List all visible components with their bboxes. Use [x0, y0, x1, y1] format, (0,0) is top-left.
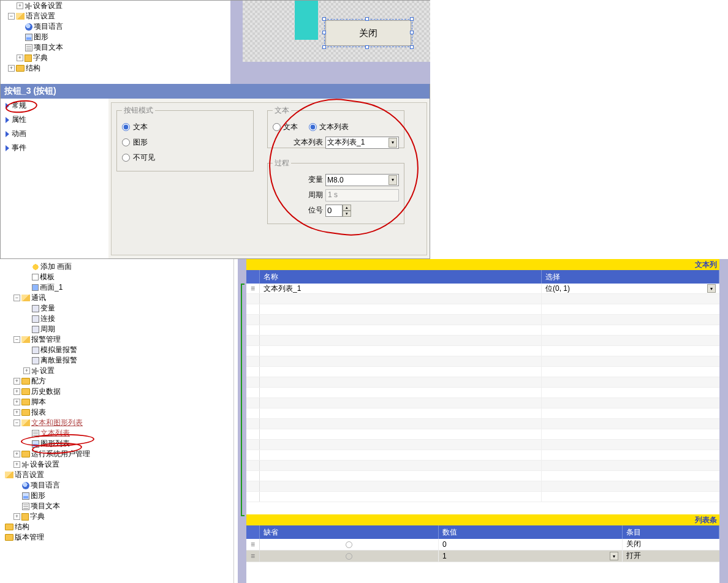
- tree-connections[interactable]: 连接: [40, 314, 55, 324]
- entries-grid[interactable]: ≡ 0 关闭 ≡ 1▾ 打开: [246, 539, 719, 562]
- spin-down[interactable]: ▾: [343, 211, 351, 217]
- col-select[interactable]: 选择: [542, 270, 719, 284]
- expander-icon[interactable]: −: [13, 336, 20, 343]
- tree-item-graphics[interactable]: 图形: [34, 32, 48, 42]
- tree-report[interactable]: 报表: [31, 407, 46, 418]
- tree-variables[interactable]: 变量: [40, 303, 55, 314]
- resize-handle[interactable]: [322, 45, 326, 49]
- tree-add-screen[interactable]: 添加 画面: [40, 261, 72, 272]
- expander-icon[interactable]: +: [13, 409, 20, 416]
- cell-default[interactable]: [260, 539, 439, 550]
- bit-number-spinner[interactable]: ▴▾: [325, 205, 352, 217]
- tree-device-settings[interactable]: 设备设置: [30, 459, 59, 470]
- cell-entry[interactable]: 打开: [623, 551, 719, 562]
- tree-communication[interactable]: 通讯: [31, 293, 46, 303]
- tree-alarm-management[interactable]: 报警管理: [31, 334, 61, 345]
- screen-canvas[interactable]: 关闭: [230, 1, 430, 84]
- radio-text-list[interactable]: [309, 123, 317, 131]
- cyan-shape[interactable]: [295, 1, 318, 40]
- resize-handle[interactable]: [365, 45, 369, 49]
- nav-attributes[interactable]: 属性: [1, 113, 108, 127]
- nav-general[interactable]: 常规: [1, 99, 108, 113]
- tree-graphics[interactable]: 图形: [31, 491, 45, 501]
- col-default[interactable]: 缺省: [260, 525, 439, 539]
- col-entry[interactable]: 条目: [623, 525, 719, 539]
- tree-item-project-language[interactable]: 项目语言: [34, 21, 63, 32]
- radio-icon[interactable]: [346, 541, 352, 548]
- expander-icon[interactable]: +: [13, 388, 20, 395]
- tree-cycles[interactable]: 周期: [40, 324, 55, 334]
- row-marker: ≡: [246, 539, 260, 550]
- tree-template[interactable]: 模板: [40, 272, 55, 282]
- expander-icon[interactable]: +: [13, 378, 20, 385]
- tree-item-dictionary[interactable]: 字典: [33, 53, 48, 63]
- project-tree-top[interactable]: +设备设置 −语言设置 项目语言 图形 项目文本 +字典 +结构: [1, 1, 230, 84]
- col-name[interactable]: 名称: [260, 270, 542, 284]
- dictionary-icon: [25, 55, 32, 62]
- radio-text[interactable]: [122, 123, 130, 131]
- expander-icon[interactable]: +: [17, 55, 23, 61]
- tree-text-graphics-lists[interactable]: 文本和图形列表: [31, 418, 83, 428]
- resize-handle[interactable]: [322, 31, 326, 34]
- radio-plain-text[interactable]: [273, 123, 281, 131]
- tree-runtime-user-mgmt[interactable]: 运行系统用户管理: [31, 449, 90, 459]
- tree-project-text[interactable]: 项目文本: [31, 501, 60, 511]
- cell-default[interactable]: [260, 551, 439, 562]
- cell-value[interactable]: 0: [439, 539, 623, 550]
- col-value[interactable]: 数值: [439, 525, 623, 539]
- table-row[interactable]: ≡ 1▾ 打开: [246, 551, 719, 562]
- cell-entry[interactable]: 关闭: [623, 539, 719, 550]
- variable-dropdown[interactable]: M8.0▾: [325, 174, 399, 186]
- tree-recipe[interactable]: 配方: [31, 376, 46, 386]
- tree-graphic-list[interactable]: 图形列表: [40, 438, 70, 449]
- tree-analog-alarm[interactable]: 模拟量报警: [40, 345, 77, 355]
- radio-icon[interactable]: [346, 553, 352, 560]
- expander-icon[interactable]: +: [13, 451, 20, 457]
- radio-invisible[interactable]: [122, 154, 130, 162]
- arrow-icon: [6, 131, 9, 137]
- expander-icon[interactable]: −: [8, 13, 15, 20]
- resize-handle[interactable]: [322, 17, 326, 21]
- text-list-grid[interactable]: ≡ 文本列表_1 位(0, 1)▾: [246, 284, 719, 511]
- expander-icon[interactable]: +: [13, 461, 20, 468]
- resize-handle[interactable]: [410, 17, 414, 21]
- resize-handle[interactable]: [365, 17, 369, 21]
- tree-script[interactable]: 脚本: [31, 397, 46, 407]
- project-tree-bottom[interactable]: 添加 画面 模板 画面_1 −通讯 变量 连接 周期 −报警管理 模拟量报警 离…: [0, 259, 234, 583]
- tree-item-device-settings[interactable]: 设备设置: [33, 1, 63, 11]
- expander-icon[interactable]: +: [17, 2, 23, 9]
- tree-dictionary[interactable]: 字典: [30, 511, 45, 522]
- resize-handle[interactable]: [410, 31, 414, 34]
- tree-version-management[interactable]: 版本管理: [15, 532, 44, 543]
- tree-history[interactable]: 历史数据: [31, 386, 61, 397]
- nav-events[interactable]: 事件: [1, 141, 108, 155]
- spin-up[interactable]: ▴: [343, 205, 351, 211]
- expander-icon[interactable]: +: [8, 65, 15, 72]
- tree-item-structure[interactable]: 结构: [26, 63, 40, 73]
- tree-project-language[interactable]: 项目语言: [31, 480, 60, 491]
- expander-icon[interactable]: +: [13, 513, 20, 520]
- table-row[interactable]: ≡ 文本列表_1 位(0, 1)▾: [246, 284, 719, 294]
- expander-icon[interactable]: −: [13, 295, 20, 301]
- tree-discrete-alarm[interactable]: 离散量报警: [40, 355, 77, 366]
- expander-icon[interactable]: +: [23, 367, 30, 374]
- cell-name[interactable]: 文本列表_1: [260, 284, 542, 293]
- text-list-dropdown[interactable]: 文本列表_1▾: [325, 137, 399, 149]
- tree-item-project-text[interactable]: 项目文本: [34, 42, 63, 53]
- expander-icon[interactable]: +: [13, 399, 20, 405]
- bit-input[interactable]: [325, 205, 343, 217]
- resize-handle[interactable]: [410, 45, 414, 49]
- tree-screen1[interactable]: 画面_1: [40, 282, 63, 293]
- table-row[interactable]: ≡ 0 关闭: [246, 539, 719, 551]
- cell-value[interactable]: 1▾: [439, 551, 623, 562]
- tree-language-settings[interactable]: 语言设置: [15, 470, 44, 480]
- expander-icon[interactable]: −: [13, 419, 20, 426]
- nav-animation[interactable]: 动画: [1, 127, 108, 141]
- radio-graphic[interactable]: [122, 138, 130, 146]
- tree-item-language-settings[interactable]: 语言设置: [26, 11, 55, 21]
- globe-icon: [22, 482, 29, 489]
- tree-text-list[interactable]: 文本列表: [40, 428, 70, 438]
- cell-select[interactable]: 位(0, 1)▾: [542, 284, 719, 293]
- tree-alarm-settings[interactable]: 设置: [40, 366, 55, 376]
- tree-structure[interactable]: 结构: [15, 522, 29, 532]
